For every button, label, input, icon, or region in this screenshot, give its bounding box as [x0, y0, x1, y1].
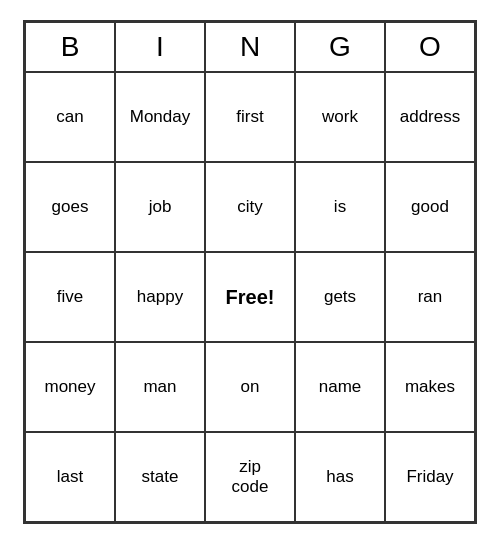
grid-cell: Monday: [115, 72, 205, 162]
grid-cell: makes: [385, 342, 475, 432]
grid-cell: state: [115, 432, 205, 522]
grid-cell: happy: [115, 252, 205, 342]
header-cell: I: [115, 22, 205, 72]
header-cell: B: [25, 22, 115, 72]
grid-cell: goes: [25, 162, 115, 252]
grid-cell: last: [25, 432, 115, 522]
grid-cell: man: [115, 342, 205, 432]
grid-cell: gets: [295, 252, 385, 342]
grid-cell: city: [205, 162, 295, 252]
grid-cell: good: [385, 162, 475, 252]
grid-cell: can: [25, 72, 115, 162]
bingo-header: BINGO: [25, 22, 475, 72]
header-cell: O: [385, 22, 475, 72]
grid-cell: first: [205, 72, 295, 162]
bingo-card: BINGO canMondayfirstworkaddressgoesjobci…: [23, 20, 477, 524]
header-cell: G: [295, 22, 385, 72]
grid-cell: Free!: [205, 252, 295, 342]
grid-cell: is: [295, 162, 385, 252]
grid-cell: ran: [385, 252, 475, 342]
grid-cell: on: [205, 342, 295, 432]
grid-cell: name: [295, 342, 385, 432]
header-cell: N: [205, 22, 295, 72]
grid-cell: money: [25, 342, 115, 432]
grid-cell: five: [25, 252, 115, 342]
grid-cell: zipcode: [205, 432, 295, 522]
grid-cell: has: [295, 432, 385, 522]
grid-cell: work: [295, 72, 385, 162]
grid-cell: Friday: [385, 432, 475, 522]
grid-cell: address: [385, 72, 475, 162]
grid-cell: job: [115, 162, 205, 252]
bingo-grid: canMondayfirstworkaddressgoesjobcityisgo…: [25, 72, 475, 522]
